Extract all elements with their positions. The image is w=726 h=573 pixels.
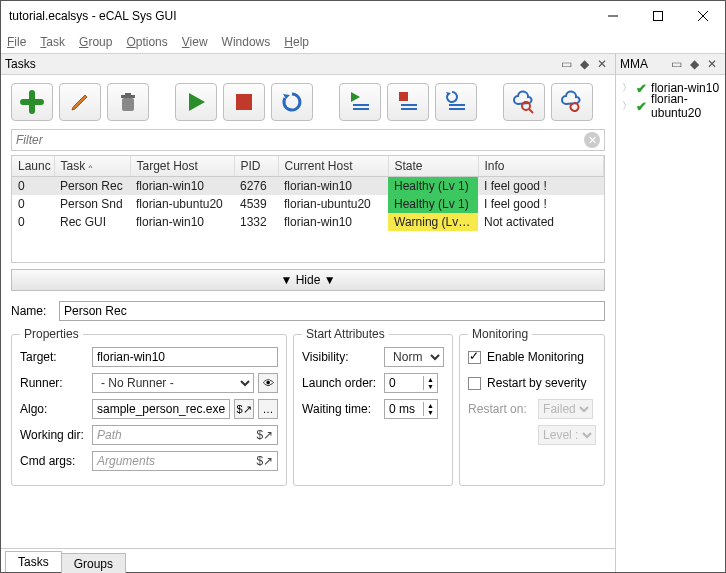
check-icon: ✔	[636, 99, 647, 114]
table-row[interactable]: 0Rec GUIflorian-win101332florian-win10Wa…	[12, 213, 604, 231]
dock-icon[interactable]: ▭	[557, 57, 575, 71]
menu-view[interactable]: View	[182, 35, 208, 49]
app-window: tutorial.ecalsys - eCAL Sys GUI File Tas…	[0, 0, 726, 573]
menu-file[interactable]: File	[7, 35, 26, 49]
stop-list-button[interactable]	[387, 83, 429, 121]
enable-monitoring-checkbox[interactable]: Enable Monitoring	[468, 347, 596, 367]
svg-rect-7	[236, 94, 252, 110]
refresh-cloud-button[interactable]	[551, 83, 593, 121]
name-input[interactable]	[59, 301, 605, 321]
table-row[interactable]: 0Person Sndflorian-ubuntu204539florian-u…	[12, 195, 604, 213]
hide-button[interactable]: ▼ Hide ▼	[11, 269, 605, 291]
close-panel-icon[interactable]: ✕	[593, 57, 611, 71]
svg-rect-12	[401, 108, 417, 110]
minimize-button[interactable]	[590, 1, 635, 31]
target-input[interactable]: florian-win10	[92, 347, 278, 367]
menu-group[interactable]: Group	[79, 35, 112, 49]
undock-icon[interactable]: ◆	[575, 57, 593, 71]
table-row[interactable]: 0Person Recflorian-win106276florian-win1…	[12, 177, 604, 196]
play-button[interactable]	[175, 83, 217, 121]
chevron-right-icon: 〉	[622, 81, 632, 95]
tab-tasks[interactable]: Tasks	[5, 551, 62, 572]
restart-button[interactable]	[271, 83, 313, 121]
filter-input[interactable]	[16, 133, 584, 147]
svg-rect-4	[122, 98, 134, 111]
svg-rect-8	[353, 104, 369, 106]
bottom-tabs: Tasks Groups	[1, 548, 615, 572]
browse-algo-icon[interactable]: $↗	[234, 399, 254, 419]
tasks-panel-header: Tasks ▭ ◆ ✕	[1, 53, 615, 75]
table-header: Launc Task ^ Target Host PID Current Hos…	[12, 156, 604, 177]
svg-rect-5	[121, 95, 135, 98]
svg-line-16	[529, 109, 533, 113]
svg-rect-9	[353, 108, 369, 110]
restart-severity-checkbox[interactable]: Restart by severity	[468, 373, 596, 393]
tab-groups[interactable]: Groups	[61, 553, 126, 573]
toolbar	[1, 75, 615, 129]
waiting-time-stepper[interactable]: 0 ms▲▼	[384, 399, 438, 419]
restart-list-button[interactable]	[435, 83, 477, 121]
visibility-select[interactable]: Norm	[384, 347, 444, 367]
title-bar: tutorial.ecalsys - eCAL Sys GUI	[1, 1, 725, 31]
close-button[interactable]	[680, 1, 725, 31]
chevron-right-icon: 〉	[622, 99, 632, 113]
more-icon[interactable]: …	[258, 399, 278, 419]
tasks-table: Launc Task ^ Target Host PID Current Hos…	[11, 155, 605, 263]
stop-button[interactable]	[223, 83, 265, 121]
menu-task[interactable]: Task	[40, 35, 65, 49]
mma-close-icon[interactable]: ✕	[703, 57, 721, 71]
svg-rect-13	[449, 104, 465, 106]
eye-icon[interactable]: 👁	[258, 373, 278, 393]
find-cloud-button[interactable]	[503, 83, 545, 121]
svg-rect-14	[449, 108, 465, 110]
properties-group: Properties Target:florian-win10 Runner:-…	[11, 327, 287, 486]
clear-filter-icon[interactable]: ✕	[584, 132, 600, 148]
mma-panel-header: MMA ▭ ◆ ✕	[616, 53, 725, 75]
mma-host-row[interactable]: 〉✔florian-ubuntu20	[620, 97, 721, 115]
menu-help[interactable]: Help	[284, 35, 309, 49]
play-list-button[interactable]	[339, 83, 381, 121]
menu-options[interactable]: Options	[126, 35, 167, 49]
monitoring-group: Monitoring Enable Monitoring Restart by …	[459, 327, 605, 486]
start-attributes-group: Start Attributes Visibility:Norm Launch …	[293, 327, 453, 486]
add-button[interactable]	[11, 83, 53, 121]
delete-button[interactable]	[107, 83, 149, 121]
runner-select[interactable]: - No Runner -	[92, 373, 254, 393]
svg-rect-10	[399, 92, 408, 101]
workdir-input[interactable]: Path$↗	[92, 425, 278, 445]
svg-rect-1	[653, 12, 662, 21]
edit-button[interactable]	[59, 83, 101, 121]
svg-rect-6	[125, 93, 131, 95]
mma-dock-icon[interactable]: ▭	[667, 57, 685, 71]
level-select: Level :	[538, 425, 596, 445]
maximize-button[interactable]	[635, 1, 680, 31]
launch-order-stepper[interactable]: 0▲▼	[384, 373, 438, 393]
restart-on-select: Failed	[538, 399, 593, 419]
algo-input[interactable]: sample_person_rec.exe	[92, 399, 230, 419]
menu-windows[interactable]: Windows	[222, 35, 271, 49]
svg-rect-11	[401, 104, 417, 106]
mma-undock-icon[interactable]: ◆	[685, 57, 703, 71]
cmdargs-input[interactable]: Arguments$↗	[92, 451, 278, 471]
window-title: tutorial.ecalsys - eCAL Sys GUI	[9, 9, 590, 23]
check-icon: ✔	[636, 81, 647, 96]
menu-bar: File Task Group Options View Windows Hel…	[1, 31, 725, 53]
filter-row: ✕	[11, 129, 605, 151]
